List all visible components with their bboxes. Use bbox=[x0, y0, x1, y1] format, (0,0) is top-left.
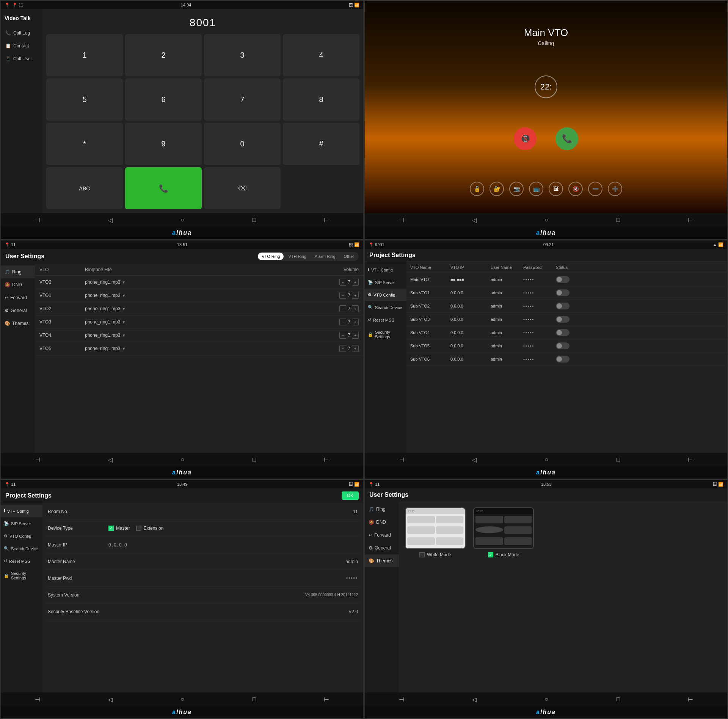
key-0[interactable]: 0 bbox=[204, 123, 281, 165]
nav-forward-p6[interactable]: ⊢ bbox=[688, 696, 693, 703]
key-6[interactable]: 6 bbox=[125, 78, 202, 121]
vto-toggle-sub1[interactable] bbox=[556, 289, 570, 296]
vol-increase-1[interactable]: + bbox=[352, 292, 359, 299]
master-checkbox[interactable]: ✓ bbox=[108, 526, 114, 531]
sidebar-ring-p6[interactable]: 🎵 Ring bbox=[365, 503, 399, 516]
sidebar-sip-server[interactable]: 📡 SIP Server bbox=[365, 276, 406, 289]
nav-forward-p4[interactable]: ⊢ bbox=[688, 456, 693, 463]
key-4[interactable]: 4 bbox=[283, 34, 359, 76]
sidebar-vth-config-p5[interactable]: ℹ VTH Config bbox=[1, 505, 42, 517]
sidebar-themes[interactable]: 🎨 Themes bbox=[1, 317, 35, 330]
sidebar-sip-p5[interactable]: 📡 SIP Server bbox=[1, 517, 42, 530]
call-button[interactable]: 📞 bbox=[125, 167, 202, 209]
sidebar-ring[interactable]: 🎵 Ring bbox=[1, 265, 35, 278]
sidebar-general-p6[interactable]: ⚙ General bbox=[365, 542, 399, 554]
nav-left-p3[interactable]: ◁ bbox=[108, 456, 113, 463]
nav-square-p6[interactable]: □ bbox=[616, 696, 620, 703]
nav-home-icon-p2[interactable]: ○ bbox=[544, 217, 548, 223]
lock-icon[interactable]: 🔐 bbox=[490, 182, 504, 196]
camera-icon[interactable]: 📷 bbox=[509, 182, 524, 196]
key-7[interactable]: 7 bbox=[204, 78, 281, 121]
volume-down-icon[interactable]: ➖ bbox=[588, 182, 602, 196]
ok-button[interactable]: OK bbox=[342, 491, 359, 500]
vto-toggle-main[interactable] bbox=[556, 276, 570, 283]
nav-left-p6[interactable]: ◁ bbox=[472, 696, 477, 703]
white-mode-checkbox[interactable] bbox=[419, 552, 425, 557]
sidebar-general[interactable]: ⚙ General bbox=[1, 304, 35, 317]
sidebar-vth-config[interactable]: ℹ VTH Config bbox=[365, 264, 406, 276]
nav-back-p4[interactable]: ⊣ bbox=[399, 456, 404, 463]
monitor-icon[interactable]: 📺 bbox=[529, 182, 543, 196]
vto-toggle-sub3[interactable] bbox=[556, 316, 570, 323]
nav-square-p5[interactable]: □ bbox=[252, 696, 256, 703]
vto-toggle-sub6[interactable] bbox=[556, 356, 570, 363]
tab-vto-ring[interactable]: VTO Ring bbox=[258, 253, 284, 260]
nav-square-p4[interactable]: □ bbox=[616, 456, 620, 463]
sidebar-security[interactable]: 🔒 Security Settings bbox=[365, 326, 406, 343]
vol-decrease-4[interactable]: − bbox=[339, 332, 346, 339]
vto-toggle-sub5[interactable] bbox=[556, 342, 570, 349]
sidebar-security-p5[interactable]: 🔒 Security Settings bbox=[1, 567, 42, 584]
nav-home-p4[interactable]: ○ bbox=[544, 456, 548, 463]
sidebar-search-device[interactable]: 🔍 Search Device bbox=[365, 301, 406, 314]
file-select-2[interactable]: phone_ring1.mp3 ▼ bbox=[85, 306, 313, 311]
extension-option[interactable]: Extension bbox=[136, 526, 164, 531]
key-3[interactable]: 3 bbox=[204, 34, 281, 76]
sidebar-vto-config-active[interactable]: ⚙ VTO Config bbox=[365, 289, 406, 301]
accept-button[interactable]: 📞 bbox=[555, 127, 578, 150]
file-select-4[interactable]: phone_ring1.mp3 ▼ bbox=[85, 333, 313, 338]
key-9[interactable]: 9 bbox=[125, 123, 202, 165]
vol-decrease-2[interactable]: − bbox=[339, 305, 346, 312]
nav-back-p5[interactable]: ⊣ bbox=[35, 696, 40, 703]
unlock-icon[interactable]: 🔓 bbox=[470, 182, 484, 196]
sidebar-forward[interactable]: ↩ Forward bbox=[1, 291, 35, 304]
key-5[interactable]: 5 bbox=[46, 78, 123, 121]
key-8[interactable]: 8 bbox=[283, 78, 359, 121]
nav-left-icon[interactable]: ◁ bbox=[108, 217, 113, 224]
sidebar-dnd[interactable]: 🔕 DND bbox=[1, 278, 35, 291]
sidebar-vto-p5[interactable]: ⚙ VTO Config bbox=[1, 530, 42, 542]
nav-square-icon-p2[interactable]: □ bbox=[616, 217, 620, 223]
tab-other[interactable]: Other bbox=[340, 253, 358, 260]
file-select-5[interactable]: phone_ring1.mp3 ▼ bbox=[85, 346, 313, 351]
nav-forward-icon-p2[interactable]: ⊢ bbox=[688, 217, 693, 224]
tab-vth-ring[interactable]: VTH Ring bbox=[284, 253, 310, 260]
nav-left-icon-p2[interactable]: ◁ bbox=[472, 217, 477, 224]
tab-alarm-ring[interactable]: Alarm Ring bbox=[311, 253, 339, 260]
vto-toggle-sub4[interactable] bbox=[556, 329, 570, 336]
delete-button[interactable]: ⌫ bbox=[204, 167, 281, 209]
sidebar-search-p5[interactable]: 🔍 Search Device bbox=[1, 542, 42, 555]
vol-increase-0[interactable]: + bbox=[352, 279, 359, 286]
key-2[interactable]: 2 bbox=[125, 34, 202, 76]
key-star[interactable]: * bbox=[46, 123, 123, 165]
black-mode-checkbox[interactable]: ✓ bbox=[488, 552, 493, 557]
key-hash[interactable]: # bbox=[283, 123, 359, 165]
master-option[interactable]: ✓ Master bbox=[108, 526, 130, 531]
nav-left-p5[interactable]: ◁ bbox=[108, 696, 113, 703]
nav-home-p5[interactable]: ○ bbox=[180, 696, 184, 703]
vol-decrease-3[interactable]: − bbox=[339, 319, 346, 325]
nav-home-p3[interactable]: ○ bbox=[180, 456, 184, 463]
sidebar-item-contact[interactable]: 📋 Contact bbox=[3, 40, 40, 52]
file-select-1[interactable]: phone_ring1.mp3 ▼ bbox=[85, 293, 313, 298]
image-icon[interactable]: 🖼 bbox=[549, 182, 563, 196]
nav-home-icon[interactable]: ○ bbox=[180, 217, 184, 223]
sidebar-item-calluser[interactable]: 📱 Call User bbox=[3, 53, 40, 64]
nav-home-p6[interactable]: ○ bbox=[544, 696, 548, 703]
nav-forward-p5[interactable]: ⊢ bbox=[324, 696, 329, 703]
nav-square-p3[interactable]: □ bbox=[252, 456, 256, 463]
sidebar-dnd-p6[interactable]: 🔕 DND bbox=[365, 516, 399, 529]
vto-toggle-sub2[interactable] bbox=[556, 303, 570, 309]
nav-left-p4[interactable]: ◁ bbox=[472, 456, 477, 463]
file-select-3[interactable]: phone_ring1.mp3 ▼ bbox=[85, 319, 313, 325]
sidebar-forward-p6[interactable]: ↩ Forward bbox=[365, 529, 399, 542]
nav-forward-p3[interactable]: ⊢ bbox=[324, 456, 329, 463]
vol-decrease-5[interactable]: − bbox=[339, 345, 346, 352]
vol-increase-2[interactable]: + bbox=[352, 305, 359, 312]
volume-up-icon[interactable]: ➕ bbox=[608, 182, 622, 196]
vol-increase-5[interactable]: + bbox=[352, 345, 359, 352]
nav-back-p6[interactable]: ⊣ bbox=[399, 696, 404, 703]
file-select-0[interactable]: phone_ring1.mp3 ▼ bbox=[85, 279, 313, 285]
vol-decrease-0[interactable]: − bbox=[339, 279, 346, 286]
sidebar-themes-p6[interactable]: 🎨 Themes bbox=[365, 554, 399, 567]
